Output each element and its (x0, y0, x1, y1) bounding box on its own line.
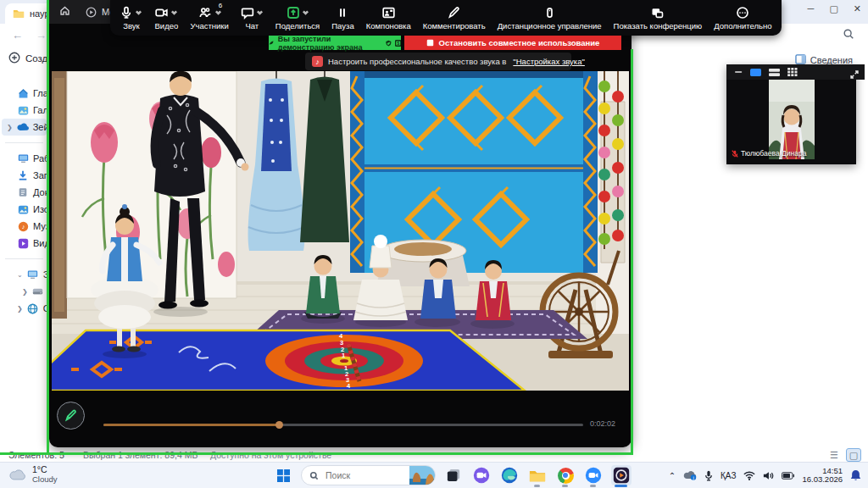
search-icon[interactable] (843, 28, 854, 43)
video-app-button[interactable] (471, 465, 492, 485)
language-indicator[interactable]: ҚАЗ (721, 471, 736, 480)
volume-icon[interactable] (763, 471, 774, 480)
participant-video-thumbnail[interactable] (769, 80, 815, 159)
layout-icon (381, 6, 396, 19)
zoom-app-button[interactable] (583, 465, 604, 485)
back-icon[interactable]: ← (12, 29, 23, 42)
more-button[interactable]: Дополнительно (708, 0, 777, 36)
chevron-down-icon[interactable] (256, 8, 264, 16)
pause-icon (337, 6, 348, 19)
sidebar-item-home[interactable]: Главн (0, 85, 48, 102)
annotate-toolbar-button[interactable]: Комментировать (417, 0, 492, 36)
sidebar-item-network[interactable]: ❯ Сеть (0, 300, 48, 317)
network-icon (27, 302, 39, 314)
minimize-panel-icon[interactable] (735, 69, 743, 75)
shield-check-icon (386, 39, 392, 47)
sidebar-item-desktop[interactable]: Рабо (0, 150, 48, 167)
search-input[interactable] (324, 469, 398, 481)
sidebar-item-gallery[interactable]: Галер (0, 102, 48, 119)
dollar-badge-icon[interactable]: $ (395, 39, 401, 47)
expand-icon[interactable] (850, 70, 859, 79)
chrome-button[interactable] (555, 465, 576, 485)
video-button[interactable]: Видео (148, 0, 184, 36)
share-screen-button[interactable]: Поделиться (270, 0, 326, 36)
media-player-button[interactable] (611, 465, 632, 485)
sidebar-divider (5, 142, 43, 143)
start-button[interactable] (273, 465, 293, 485)
pencil-icon (64, 409, 77, 422)
sound-settings-link[interactable]: "Настройках звука" (513, 57, 585, 66)
home-icon[interactable] (59, 4, 70, 19)
icons-view-icon[interactable]: ▢ (846, 448, 861, 462)
tray-mic-icon[interactable] (704, 470, 713, 481)
strip-view-icon[interactable] (769, 69, 780, 76)
desktop-icon (17, 152, 29, 164)
remote-control-button[interactable]: Дистанционное управление (492, 0, 608, 36)
music-note-icon: ♪ (312, 56, 323, 67)
chevron-down-icon[interactable] (170, 8, 178, 16)
desktop-screen: наурыз ─ ▢ ✕ ← → Создат (0, 0, 868, 488)
weather-widget[interactable]: 1°C Cloudy (8, 464, 58, 484)
explorer-taskbar-icon (529, 469, 546, 483)
svg-text:1: 1 (342, 352, 345, 359)
sidebar-item-videos[interactable]: Виде (0, 235, 48, 252)
show-meeting-button[interactable]: Показать конференцию (608, 0, 709, 36)
seek-bar-fill (103, 424, 279, 426)
battery-icon[interactable] (782, 472, 794, 480)
taskbar: 1°C Cloudy (0, 462, 868, 488)
chat-button[interactable]: Чат (235, 0, 270, 36)
file-explorer-button[interactable] (527, 465, 548, 485)
onedrive-tray-icon[interactable]: i (683, 470, 697, 480)
plus-circle-icon (8, 52, 20, 65)
edge-button[interactable] (499, 465, 520, 485)
status-items-count: Элементов: 5 (8, 450, 64, 460)
speaker-view-icon[interactable] (750, 69, 761, 76)
sidebar-item-this-pc[interactable]: ⌄ Этот (0, 266, 48, 283)
status-availability: Доступно на этом устройстве (210, 450, 331, 460)
svg-text:i: i (693, 475, 693, 480)
clock-widget[interactable]: 14:51 16.03.2026 (802, 467, 843, 485)
taskbar-search[interactable] (301, 465, 436, 485)
seek-bar[interactable] (103, 424, 583, 426)
sidebar-item-windows-drive[interactable]: ❯ Win (0, 283, 48, 300)
sidebar-item-documents[interactable]: Доку (0, 184, 48, 201)
maximize-icon[interactable]: ▢ (829, 3, 837, 14)
sidebar-item-pictures[interactable]: Изоб (0, 201, 48, 218)
sharing-status-banner: Вы запустили демонстрацию экрана $ (269, 36, 401, 50)
seek-handle[interactable] (275, 421, 283, 429)
explorer-sidebar: Главн Галер ❯ Зейн Рабо Загру (0, 75, 48, 422)
stop-icon (426, 39, 434, 47)
forward-icon[interactable]: → (36, 29, 47, 42)
layout-button[interactable]: Компоновка (360, 0, 417, 36)
weather-temp: 1°C (32, 464, 58, 474)
stop-share-button[interactable]: Остановить совместное использование (404, 36, 621, 50)
list-view-icon[interactable]: ☰ (827, 449, 841, 461)
pictures-icon (17, 203, 29, 215)
sidebar-item-music[interactable]: ♪ Музы (0, 218, 48, 235)
chevron-down-icon[interactable] (135, 8, 142, 16)
sidebar-item-downloads[interactable]: Загру (0, 167, 48, 184)
music-icon: ♪ (17, 220, 29, 232)
sidebar-item-onedrive[interactable]: ❯ Зейн (2, 119, 47, 136)
chevron-right-icon: ❯ (22, 288, 28, 296)
task-view-button[interactable] (443, 465, 464, 485)
play-icon (86, 7, 97, 18)
annotate-button[interactable] (57, 402, 85, 430)
audio-button[interactable]: Звук (114, 0, 148, 36)
windows-logo-icon (277, 469, 290, 482)
pause-share-button[interactable]: Пауза (326, 0, 359, 36)
tray-chevron-icon[interactable]: ⌃ (669, 471, 676, 480)
search-highlight-image[interactable] (409, 466, 435, 485)
annotate-pencil-icon (448, 6, 460, 19)
bell-icon[interactable] (850, 469, 861, 481)
wifi-icon[interactable] (743, 471, 755, 480)
chevron-down-icon[interactable] (214, 8, 222, 16)
participants-button[interactable]: 6 Участники (184, 0, 234, 36)
minimize-icon[interactable]: ─ (808, 3, 815, 14)
folder-icon (13, 8, 25, 19)
gallery-view-icon[interactable] (787, 68, 798, 76)
participant-name-label: Тюлюбаева Динара (732, 149, 806, 158)
chevron-down-icon[interactable] (302, 8, 309, 16)
clock-date: 16.03.2026 (802, 475, 843, 485)
close-icon[interactable]: ✕ (854, 3, 861, 14)
